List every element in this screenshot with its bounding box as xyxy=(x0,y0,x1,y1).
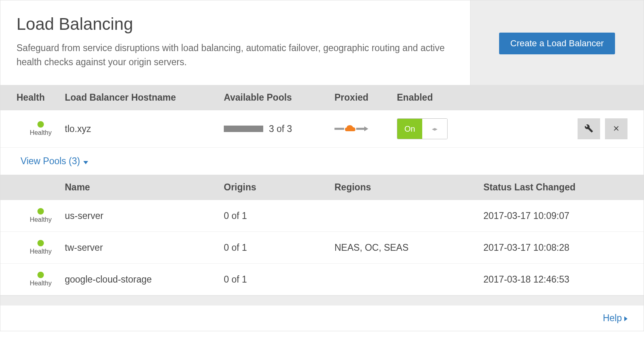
pool-health-label: Healthy xyxy=(30,216,52,223)
edit-button[interactable] xyxy=(578,118,600,139)
pool-status-cell: 2017-03-17 10:09:07 xyxy=(483,211,644,221)
footer-divider xyxy=(0,295,644,306)
health-dot-icon xyxy=(37,272,44,278)
pool-origins-cell: 0 of 1 xyxy=(224,211,334,221)
col-actions xyxy=(530,92,644,103)
proxied-cloud-icon xyxy=(334,123,368,134)
pcol-regions: Regions xyxy=(334,182,483,193)
pool-health-cell: Healthy xyxy=(0,272,65,287)
actions-cell xyxy=(530,118,644,139)
lb-table-header: Health Load Balancer Hostname Available … xyxy=(0,85,644,110)
close-icon xyxy=(612,124,620,134)
col-health: Health xyxy=(0,92,65,103)
pool-health-label: Healthy xyxy=(30,248,52,255)
page-title: Load Balancing xyxy=(17,14,454,34)
col-hostname: Load Balancer Hostname xyxy=(65,92,224,103)
lb-row: Healthy tlo.xyz 3 of 3 On ◂▸ xyxy=(0,110,644,147)
load-balancing-panel: Load Balancing Safeguard from service di… xyxy=(0,0,644,331)
help-label: Help xyxy=(603,313,622,324)
health-cell: Healthy xyxy=(0,121,65,136)
create-load-balancer-button[interactable]: Create a Load Balancer xyxy=(499,33,615,54)
pool-origins-cell: 0 of 1 xyxy=(224,242,334,253)
pool-row: Healthy google-cloud-storage 0 of 1 2017… xyxy=(0,264,644,295)
col-enabled: Enabled xyxy=(397,92,530,103)
header-right: Create a Load Balancer xyxy=(471,0,644,85)
pool-health-cell: Healthy xyxy=(0,208,65,223)
pools-text: 3 of 3 xyxy=(269,124,292,134)
header-section: Load Balancing Safeguard from service di… xyxy=(0,0,644,85)
pool-name-cell: tw-server xyxy=(65,242,224,253)
health-dot-icon xyxy=(37,121,44,128)
toggle-on-label: On xyxy=(397,119,422,139)
pool-row: Healthy us-server 0 of 1 2017-03-17 10:0… xyxy=(0,200,644,232)
toggle-handle-icon: ◂▸ xyxy=(422,119,447,139)
pools-table-header: Name Origins Regions Status Last Changed xyxy=(0,175,644,200)
col-pools: Available Pools xyxy=(224,92,334,103)
pool-origins-cell: 0 of 1 xyxy=(224,274,334,285)
pcol-status: Status Last Changed xyxy=(483,182,644,193)
pools-cell: 3 of 3 xyxy=(224,124,334,134)
pcol-origins: Origins xyxy=(224,182,334,193)
pool-regions-cell: NEAS, OC, SEAS xyxy=(334,242,483,253)
hostname-cell: tlo.xyz xyxy=(65,124,224,134)
page-description: Safeguard from service disruptions with … xyxy=(17,41,454,69)
caret-right-icon xyxy=(624,313,627,324)
pool-health-cell: Healthy xyxy=(0,240,65,255)
enabled-cell: On ◂▸ xyxy=(397,118,530,139)
pool-name-cell: google-cloud-storage xyxy=(65,274,224,285)
pcol-health xyxy=(0,182,65,193)
health-dot-icon xyxy=(37,240,44,246)
pool-status-cell: 2017-03-18 12:46:53 xyxy=(483,274,644,285)
view-pools-row: View Pools (3) xyxy=(0,147,644,175)
wrench-icon xyxy=(584,124,593,134)
pool-name-cell: us-server xyxy=(65,211,224,221)
col-proxied: Proxied xyxy=(334,92,397,103)
pool-row: Healthy tw-server 0 of 1 NEAS, OC, SEAS … xyxy=(0,232,644,264)
enabled-toggle[interactable]: On ◂▸ xyxy=(397,118,448,139)
caret-down-icon xyxy=(83,156,88,167)
view-pools-label: View Pools (3) xyxy=(21,156,80,167)
pool-health-label: Healthy xyxy=(30,280,52,287)
header-left: Load Balancing Safeguard from service di… xyxy=(0,0,471,85)
proxied-cell xyxy=(334,123,397,134)
pcol-name: Name xyxy=(65,182,224,193)
health-dot-icon xyxy=(37,208,44,215)
view-pools-link[interactable]: View Pools (3) xyxy=(21,156,88,167)
health-label: Healthy xyxy=(30,129,52,136)
pool-status-cell: 2017-03-17 10:08:28 xyxy=(483,242,644,253)
help-link[interactable]: Help xyxy=(603,313,627,324)
delete-button[interactable] xyxy=(605,118,627,139)
pool-bar-icon xyxy=(224,126,263,132)
help-row: Help xyxy=(0,306,644,331)
